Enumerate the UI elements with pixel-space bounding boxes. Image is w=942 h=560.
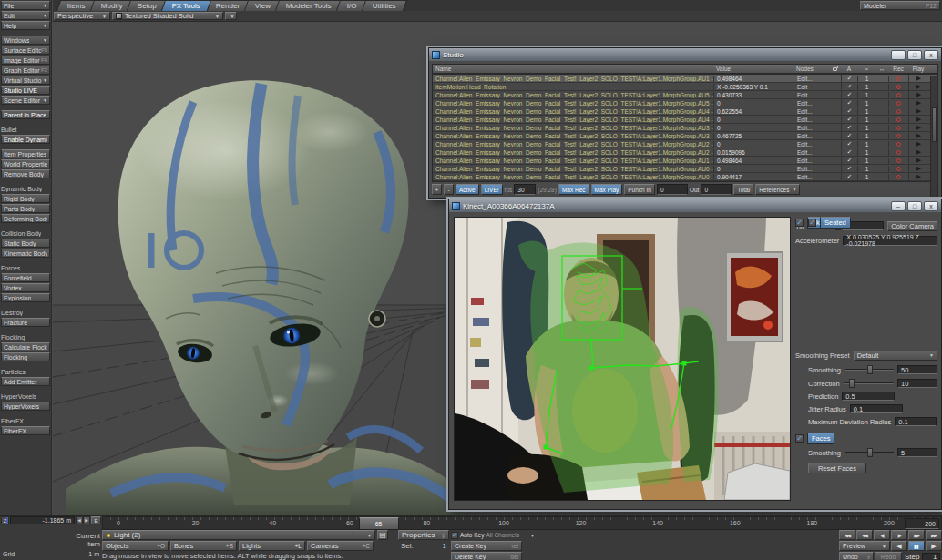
sidebar-item[interactable]: FiberFX bbox=[1, 426, 50, 435]
sidebar-item[interactable]: Enable Dynamics bbox=[1, 135, 50, 144]
menu-button[interactable]: Help bbox=[1, 21, 50, 30]
axis-stepper[interactable]: ◀▶ bbox=[76, 516, 90, 524]
tab[interactable]: Utilities bbox=[362, 0, 407, 11]
active-check-icon[interactable]: ✓ bbox=[841, 173, 857, 180]
record-toggle[interactable] bbox=[888, 133, 908, 139]
kinect-window[interactable]: Kinect_A00366A06472137A – □ x bbox=[448, 199, 942, 510]
edit-nodes-button[interactable]: Edit... bbox=[794, 125, 828, 131]
active-toggle[interactable]: Active bbox=[456, 184, 479, 195]
end-frame-field[interactable]: 200 bbox=[905, 518, 939, 529]
play-toggle[interactable]: ▶ bbox=[908, 107, 928, 115]
active-check-icon[interactable]: ✓ bbox=[841, 165, 857, 172]
play-toggle[interactable]: ▶ bbox=[908, 165, 928, 172]
edit-nodes-button[interactable]: Edit... bbox=[794, 76, 828, 82]
sidebar-item[interactable]: Static Body bbox=[1, 239, 50, 248]
edit-nodes-button[interactable]: Edit... bbox=[794, 92, 828, 98]
checkbox[interactable]: ✓ bbox=[808, 219, 816, 227]
edit-nodes-button[interactable]: Edit... bbox=[794, 149, 828, 156]
sidebar-item[interactable]: FiberFX bbox=[1, 416, 50, 425]
active-check-icon[interactable]: ✓ bbox=[841, 91, 857, 98]
record-toggle[interactable] bbox=[888, 141, 908, 148]
active-check-icon[interactable]: ✓ bbox=[841, 75, 857, 82]
sidebar-item[interactable]: Remove Body bbox=[1, 169, 50, 178]
play-forward-button[interactable]: ▶ bbox=[926, 541, 942, 551]
sidebar-item[interactable]: Flocking bbox=[1, 332, 50, 341]
minimize-button[interactable]: – bbox=[891, 201, 906, 211]
modeler-button[interactable]: Modeler F12 bbox=[860, 1, 940, 10]
sidebar-item[interactable] bbox=[1, 179, 50, 183]
current-item-dropdown[interactable]: Light (2) ▼ bbox=[102, 530, 375, 540]
record-toggle[interactable] bbox=[888, 117, 908, 123]
axis-value-field[interactable]: -1.1865 m bbox=[10, 516, 75, 524]
active-check-icon[interactable]: ✓ bbox=[841, 99, 857, 107]
play-toggle[interactable]: ▶ bbox=[908, 173, 928, 180]
menu-button[interactable]: File bbox=[1, 1, 50, 10]
active-check-icon[interactable]: ✓ bbox=[841, 124, 857, 131]
smoothing-slider[interactable] bbox=[845, 369, 894, 371]
channel-row[interactable]: Channel:Alien_Emissary_Nevron_Demo_Facia… bbox=[433, 157, 937, 165]
checkbox[interactable]: ✓ bbox=[795, 434, 804, 443]
sidebar-item[interactable] bbox=[1, 106, 50, 109]
sidebar-item[interactable]: Forces bbox=[1, 263, 50, 272]
max-rec-toggle[interactable]: Max Rec bbox=[558, 184, 589, 195]
channel-row[interactable]: Channel:Alien_Emissary_Nevron_Demo_Facia… bbox=[433, 173, 937, 181]
record-toggle[interactable] bbox=[888, 166, 908, 172]
channel-row[interactable]: Channel:Alien_Emissary_Nevron_Demo_Facia… bbox=[433, 140, 937, 148]
minimize-button[interactable]: – bbox=[891, 50, 906, 60]
channel-row[interactable]: ItemMotion:Head_Rotation X -0.0250363 Y … bbox=[433, 83, 937, 91]
transport-button[interactable]: |◀◀ bbox=[839, 530, 855, 540]
play-toggle[interactable]: ▶ bbox=[908, 83, 928, 90]
sidebar-item[interactable]: Graph Editor F2 bbox=[1, 66, 50, 75]
edit-nodes-button[interactable]: Edit... bbox=[794, 174, 828, 180]
slider-thumb[interactable] bbox=[849, 379, 855, 388]
sidebar-item[interactable]: Parent in Place bbox=[1, 110, 50, 119]
edit-nodes-button[interactable]: Edit bbox=[794, 84, 828, 90]
tab[interactable]: Modeler Tools bbox=[275, 0, 343, 11]
channel-row[interactable]: Channel:Alien_Emissary_Nevron_Demo_Facia… bbox=[433, 116, 937, 124]
active-check-icon[interactable]: ✓ bbox=[841, 157, 857, 164]
sidebar-item[interactable] bbox=[1, 120, 50, 124]
record-toggle[interactable] bbox=[888, 100, 908, 107]
record-toggle[interactable] bbox=[888, 158, 908, 164]
close-button[interactable]: x bbox=[924, 50, 938, 60]
redo-button[interactable]: Redo bbox=[875, 552, 902, 560]
item-type-button[interactable]: Objects +O bbox=[102, 541, 169, 551]
view-mode-dropdown[interactable]: Perspective ▼ bbox=[54, 12, 110, 20]
edit-nodes-button[interactable]: Edit... bbox=[794, 117, 828, 123]
maximize-button[interactable]: □ bbox=[907, 50, 922, 60]
slider-thumb[interactable] bbox=[867, 365, 873, 374]
edit-nodes-button[interactable]: Edit... bbox=[794, 141, 828, 148]
item-type-button[interactable]: Cameras +C bbox=[307, 541, 374, 551]
sidebar-item[interactable]: Bullet bbox=[1, 125, 50, 134]
channel-row[interactable]: Channel:Alien_Emissary_Nevron_Demo_Facia… bbox=[433, 148, 937, 157]
edit-nodes-button[interactable]: Edit... bbox=[794, 158, 828, 164]
punch-in-button[interactable]: Punch In bbox=[624, 184, 655, 195]
active-check-icon[interactable]: ✓ bbox=[841, 148, 857, 156]
item-type-button[interactable]: Bones +B bbox=[170, 541, 237, 551]
correction-slider[interactable] bbox=[844, 382, 894, 384]
live-toggle[interactable]: LIVE! bbox=[481, 184, 503, 195]
kinect-toggle[interactable]: ✓ Seated bbox=[795, 217, 937, 228]
sidebar-item[interactable]: World Properties bbox=[1, 159, 50, 168]
jitter-radius-field[interactable]: 0.1 bbox=[850, 404, 903, 413]
channel-row[interactable]: Channel:Alien_Emissary_Nevron_Demo_Facia… bbox=[433, 75, 937, 83]
sidebar-item[interactable] bbox=[1, 303, 50, 307]
undo-button[interactable]: Undo z bbox=[839, 552, 874, 560]
transport-button[interactable]: ◀◀ bbox=[856, 530, 873, 540]
step-field[interactable]: 1 bbox=[922, 553, 940, 560]
channel-row[interactable]: Channel:Alien_Emissary_Nevron_Demo_Facia… bbox=[433, 165, 937, 173]
channel-row[interactable]: Channel:Alien_Emissary_Nevron_Demo_Facia… bbox=[433, 132, 937, 140]
record-toggle[interactable] bbox=[888, 149, 908, 156]
play-toggle[interactable]: ▶ bbox=[908, 157, 928, 164]
sidebar-item[interactable]: Scene Editor bbox=[1, 96, 50, 105]
active-check-icon[interactable]: ✓ bbox=[841, 132, 857, 139]
tab[interactable]: FX Tools bbox=[161, 0, 211, 11]
transport-button[interactable]: ▶▶ bbox=[908, 530, 925, 540]
faces-toggle[interactable]: ✓ Faces bbox=[795, 433, 937, 443]
play-toggle[interactable]: ▶ bbox=[908, 75, 928, 82]
sidebar-item[interactable]: Virtual Studio bbox=[1, 76, 50, 85]
sidebar-item[interactable]: Item Properties bbox=[1, 149, 50, 158]
sidebar-item[interactable]: Add Emitter bbox=[1, 377, 50, 386]
slider-thumb[interactable] bbox=[867, 448, 873, 457]
timeline-ruler[interactable]: 020406080100120140160180200 65 200 bbox=[102, 516, 942, 530]
